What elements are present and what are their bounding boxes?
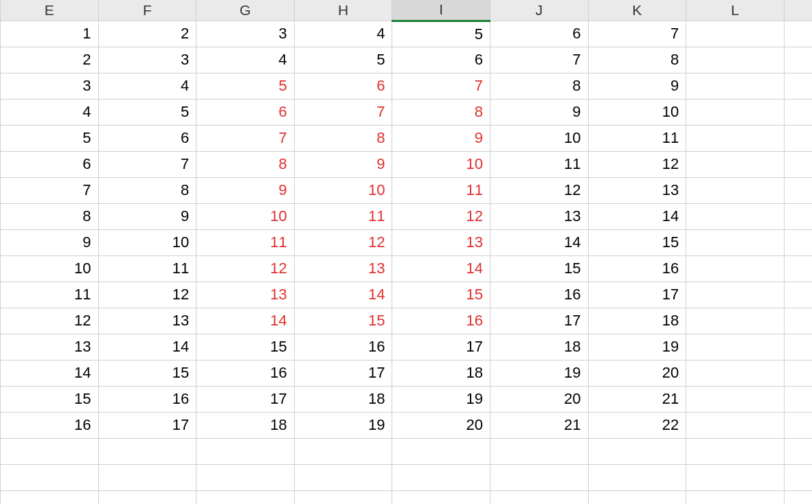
cell-F[interactable]: 8 xyxy=(98,177,196,203)
cell-E[interactable]: 15 xyxy=(1,386,99,412)
cell-partial[interactable] xyxy=(784,203,812,229)
cell-L[interactable] xyxy=(686,308,785,334)
spreadsheet-grid[interactable]: EFGHIJKL 1234567234567834567894567891056… xyxy=(0,0,812,504)
cell-I[interactable]: 13 xyxy=(392,229,490,255)
cell-I[interactable] xyxy=(392,438,490,464)
cell-K[interactable]: 11 xyxy=(588,125,686,151)
cell-L[interactable] xyxy=(686,386,785,412)
cell-partial[interactable] xyxy=(784,464,812,490)
cell-L[interactable] xyxy=(686,255,785,282)
cell-H[interactable] xyxy=(294,490,392,504)
cell-F[interactable]: 5 xyxy=(98,99,196,125)
cell-J[interactable]: 6 xyxy=(490,21,588,47)
cell-partial[interactable] xyxy=(784,21,812,47)
cell-E[interactable]: 14 xyxy=(1,360,99,386)
cell-G[interactable]: 7 xyxy=(196,125,295,151)
cell-L[interactable] xyxy=(686,360,785,386)
cell-E[interactable]: 1 xyxy=(1,21,99,47)
cell-L[interactable] xyxy=(686,464,785,490)
column-header-G[interactable]: G xyxy=(196,0,295,21)
cell-K[interactable]: 10 xyxy=(588,99,686,125)
column-header-H[interactable]: H xyxy=(294,0,392,21)
cell-K[interactable]: 19 xyxy=(588,334,686,360)
cell-partial[interactable] xyxy=(784,47,812,73)
cell-H[interactable] xyxy=(294,438,392,464)
cell-partial[interactable] xyxy=(784,308,812,334)
cell-G[interactable]: 9 xyxy=(196,177,295,203)
cell-J[interactable] xyxy=(490,464,588,490)
cell-J[interactable]: 7 xyxy=(490,47,588,73)
cell-G[interactable]: 10 xyxy=(196,203,295,229)
cell-E[interactable]: 12 xyxy=(1,308,99,334)
cell-F[interactable]: 11 xyxy=(98,255,196,282)
cell-J[interactable]: 12 xyxy=(490,177,588,203)
cell-L[interactable] xyxy=(686,125,785,151)
cell-J[interactable]: 9 xyxy=(490,99,588,125)
cell-I[interactable]: 11 xyxy=(392,177,490,203)
cell-H[interactable]: 14 xyxy=(294,282,392,308)
cell-J[interactable] xyxy=(490,490,588,504)
cell-J[interactable]: 14 xyxy=(490,229,588,255)
cell-H[interactable]: 9 xyxy=(294,151,392,177)
cell-partial[interactable] xyxy=(784,99,812,125)
cell-I[interactable]: 9 xyxy=(392,125,490,151)
cell-I[interactable] xyxy=(392,464,490,490)
cell-G[interactable] xyxy=(196,490,295,504)
cell-I[interactable] xyxy=(392,490,490,504)
cell-J[interactable]: 20 xyxy=(490,386,588,412)
cell-F[interactable]: 14 xyxy=(98,334,196,360)
cell-partial[interactable] xyxy=(784,438,812,464)
cell-L[interactable] xyxy=(686,412,785,438)
cell-G[interactable]: 15 xyxy=(196,334,295,360)
cell-F[interactable]: 12 xyxy=(98,282,196,308)
cell-J[interactable]: 21 xyxy=(490,412,588,438)
cell-K[interactable]: 21 xyxy=(588,386,686,412)
cell-I[interactable]: 10 xyxy=(392,151,490,177)
cell-H[interactable]: 6 xyxy=(294,73,392,99)
cell-L[interactable] xyxy=(686,438,785,464)
cell-partial[interactable] xyxy=(784,255,812,282)
cell-F[interactable] xyxy=(98,490,196,504)
cell-G[interactable] xyxy=(196,464,295,490)
cell-E[interactable]: 6 xyxy=(1,151,99,177)
cell-G[interactable]: 6 xyxy=(196,99,295,125)
cell-E[interactable]: 13 xyxy=(1,334,99,360)
cell-E[interactable]: 4 xyxy=(1,99,99,125)
cell-L[interactable] xyxy=(686,334,785,360)
cell-F[interactable]: 10 xyxy=(98,229,196,255)
cell-J[interactable]: 15 xyxy=(490,255,588,282)
cell-K[interactable]: 9 xyxy=(588,73,686,99)
cell-H[interactable]: 16 xyxy=(294,334,392,360)
cell-partial[interactable] xyxy=(784,229,812,255)
cell-L[interactable] xyxy=(686,99,785,125)
cell-K[interactable]: 16 xyxy=(588,255,686,282)
cell-E[interactable] xyxy=(1,464,99,490)
cell-G[interactable]: 12 xyxy=(196,255,295,282)
cell-J[interactable]: 17 xyxy=(490,308,588,334)
cell-K[interactable]: 13 xyxy=(588,177,686,203)
cell-partial[interactable] xyxy=(784,490,812,504)
cell-E[interactable] xyxy=(1,490,99,504)
cell-K[interactable]: 12 xyxy=(588,151,686,177)
cell-partial[interactable] xyxy=(784,151,812,177)
cell-J[interactable] xyxy=(490,438,588,464)
cell-I[interactable]: 18 xyxy=(392,360,490,386)
cell-I[interactable]: 17 xyxy=(392,334,490,360)
cell-H[interactable]: 18 xyxy=(294,386,392,412)
column-header-partial[interactable] xyxy=(784,0,812,21)
cell-K[interactable]: 15 xyxy=(588,229,686,255)
cell-G[interactable]: 14 xyxy=(196,308,295,334)
cell-K[interactable] xyxy=(588,490,686,504)
cell-I[interactable]: 6 xyxy=(392,47,490,73)
cell-H[interactable]: 17 xyxy=(294,360,392,386)
cell-J[interactable]: 8 xyxy=(490,73,588,99)
cell-E[interactable]: 2 xyxy=(1,47,99,73)
cell-K[interactable] xyxy=(588,464,686,490)
cell-G[interactable]: 3 xyxy=(196,21,295,47)
cell-partial[interactable] xyxy=(784,386,812,412)
cell-L[interactable] xyxy=(686,47,785,73)
cell-G[interactable]: 16 xyxy=(196,360,295,386)
cell-E[interactable]: 10 xyxy=(1,255,99,282)
cell-K[interactable]: 8 xyxy=(588,47,686,73)
cell-J[interactable]: 11 xyxy=(490,151,588,177)
